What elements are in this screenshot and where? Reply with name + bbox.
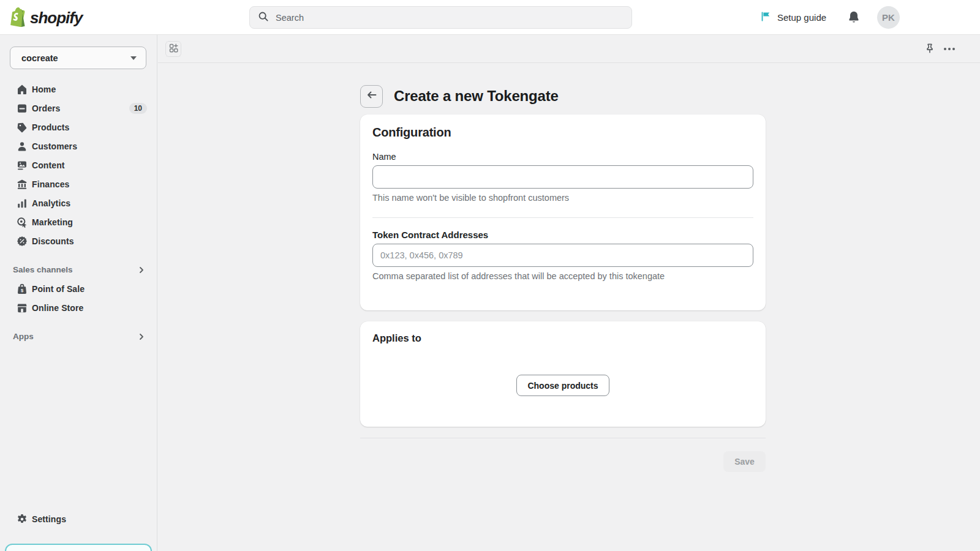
ellipsis-icon [948, 48, 951, 50]
arrow-left-icon [366, 89, 378, 103]
content-icon [16, 159, 28, 171]
chevron-right-icon [137, 332, 146, 341]
sidebar-item-analytics[interactable]: Analytics [5, 193, 152, 212]
finances-icon [16, 178, 28, 190]
pin-icon [924, 46, 936, 56]
products-icon [16, 121, 28, 133]
back-button[interactable] [360, 85, 383, 108]
discounts-icon [16, 235, 28, 247]
home-icon [16, 83, 28, 96]
setup-guide-label: Setup guide [777, 12, 826, 23]
point-of-sale-icon: $ [16, 283, 28, 295]
orders-icon [16, 102, 28, 114]
notifications-button[interactable] [846, 10, 862, 26]
configuration-card: Configuration Name This name won't be vi… [360, 114, 766, 310]
user-avatar[interactable]: PK [877, 6, 900, 29]
search-placeholder: Search [276, 13, 304, 23]
name-input[interactable] [372, 165, 753, 189]
sales-channels-section: Sales channels $ Point of Sale Online St… [5, 260, 152, 317]
choose-products-button[interactable]: Choose products [516, 375, 609, 396]
flag-icon [760, 10, 772, 24]
top-bar: shopify Search Setup guide PK [0, 0, 980, 35]
footer-divider [360, 438, 766, 438]
orders-count-badge: 10 [129, 103, 147, 114]
sidebar-item-discounts[interactable]: Discounts [5, 231, 152, 250]
sidebar-item-home[interactable]: Home [5, 80, 152, 99]
name-help-text: This name won't be visible to shopfront … [372, 193, 753, 203]
sidebar-item-point-of-sale[interactable]: $ Point of Sale [5, 279, 152, 298]
marketing-icon [16, 216, 28, 228]
token-section: Token Contract Addresses Comma separated… [360, 218, 766, 281]
chevron-right-icon [137, 266, 146, 274]
store-name: cocreate [21, 53, 58, 63]
sidebar-item-products[interactable]: Products [5, 118, 152, 137]
pin-button[interactable] [924, 42, 937, 56]
page-header: Create a new Tokengate [360, 78, 766, 114]
sidebar-item-content[interactable]: Content [5, 156, 152, 174]
settings-section: Settings [5, 509, 152, 528]
trial-callout-card[interactable] [5, 544, 152, 551]
token-addresses-label: Token Contract Addresses [372, 230, 753, 240]
sidebar-item-orders[interactable]: Orders 10 [5, 99, 152, 118]
avatar-initials: PK [882, 12, 895, 23]
more-actions-button[interactable] [942, 42, 957, 56]
shopify-logo[interactable]: shopify [9, 6, 82, 29]
sidebar-item-settings[interactable]: Settings [5, 509, 152, 528]
shopify-wordmark: shopify [30, 9, 82, 28]
analytics-icon [16, 197, 28, 209]
apps-section: Apps [5, 327, 152, 346]
applies-to-card: Applies to Choose products [360, 321, 766, 427]
sidebar-nav: Home Orders 10 Products Customers [5, 80, 152, 250]
applies-to-title: Applies to [372, 332, 753, 344]
token-help-text: Comma separated list of addresses that w… [372, 271, 753, 281]
chevron-down-icon [130, 56, 137, 60]
sidebar-item-customers[interactable]: Customers [5, 137, 152, 156]
setup-guide-button[interactable]: Setup guide [760, 0, 826, 35]
configuration-title: Configuration [372, 126, 753, 140]
content-top-strip [158, 35, 980, 63]
add-apps-button[interactable] [165, 41, 181, 57]
sales-channels-header[interactable]: Sales channels [5, 260, 152, 279]
sidebar-item-marketing[interactable]: Marketing [5, 212, 152, 231]
sidebar-item-online-store[interactable]: Online Store [5, 298, 152, 317]
apps-header[interactable]: Apps [5, 327, 152, 346]
customers-icon [16, 140, 28, 152]
search-icon [258, 11, 269, 24]
page-title: Create a new Tokengate [394, 88, 559, 105]
online-store-icon [16, 302, 28, 314]
store-picker[interactable]: cocreate [10, 47, 146, 69]
search-input[interactable]: Search [249, 6, 632, 29]
name-section: Configuration Name This name won't be vi… [360, 114, 766, 218]
sidebar-item-finances[interactable]: Finances [5, 174, 152, 193]
name-label: Name [372, 152, 753, 162]
apps-grid-plus-icon [168, 43, 179, 56]
token-addresses-input[interactable] [372, 244, 753, 267]
save-button[interactable]: Save [723, 451, 766, 472]
applies-to-section: Applies to Choose products [360, 321, 766, 396]
bell-icon [846, 16, 861, 26]
shopify-bag-icon [9, 6, 27, 29]
gear-icon [16, 513, 28, 525]
sidebar: cocreate Home Orders 10 Products [0, 35, 157, 551]
